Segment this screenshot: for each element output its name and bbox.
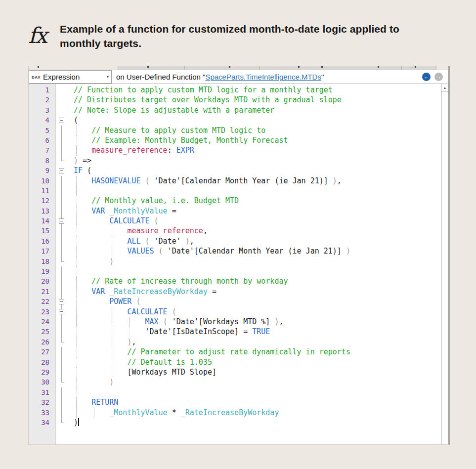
code-line[interactable]: 22 POWER ( [29,297,441,306]
fold-margin [56,276,71,286]
scroll-up-icon[interactable]: ▲ [442,84,448,92]
code-line[interactable]: 24 MAX ( 'Date'[Workdays MTD %] ), [29,317,441,327]
code-line[interactable]: 10 HASONEVALUE ( 'Date'[Calendar Month Y… [29,176,441,186]
indent-guide [76,367,77,377]
page-title: Example of a function for customized mon… [60,22,399,50]
fold-margin [56,397,71,407]
code-line[interactable]: 26 ), [29,337,441,347]
fold-guide-line [61,145,62,155]
fold-guide-line [61,287,62,297]
fold-collapse-icon[interactable] [59,118,64,123]
fold-guide-line [61,357,62,367]
code-token: 'Date'[Calendar Month Year (ie Jan 21)] [163,247,346,256]
line-number: 22 [29,297,56,306]
code-line[interactable]: 3// Note: Slope is adjustable with a par… [29,105,441,115]
code-line[interactable]: 9IF ( [29,166,441,175]
cutoff-tab[interactable] [185,66,260,70]
fold-margin [56,307,71,317]
code-token: _MonthlyValue [109,207,167,215]
code-line[interactable]: 7 measure_reference: EXPR [29,145,441,155]
code-line[interactable]: 30 ) [29,377,441,387]
code-line[interactable]: 18 ) [29,256,441,266]
fold-margin [56,287,71,297]
code-text: // Measure to apply custom MTD logic to [71,126,441,135]
code-line[interactable]: 34) [29,418,441,427]
code-line[interactable]: 4( [29,115,441,125]
code-line[interactable]: 32 RETURN [29,397,441,407]
vertical-scrollbar[interactable]: ▲ [441,84,448,444]
code-line[interactable]: 19 [29,266,441,276]
line-number: 5 [29,126,56,135]
chevron-down-icon: ▾ [107,75,109,79]
code-token: // Monthly value, i.e. Budget MTD [91,196,239,205]
line-number: 13 [29,206,56,216]
code-line[interactable]: 33 _MonthlyValue * _RateIncreaseByWorkda… [29,408,441,418]
editor-toolbar: DAX Expression ▾ on User-Defined Functio… [29,70,448,84]
navigate-forward-icon[interactable]: → [434,73,443,81]
code-line[interactable]: 31 [29,387,441,397]
fold-collapse-icon[interactable] [59,309,64,314]
navigate-back-icon[interactable]: ← [422,73,431,81]
code-line[interactable]: 17 VALUES ( 'Date'[Calendar Month Year (… [29,246,441,256]
line-number: 7 [29,145,56,155]
code-line[interactable]: 12 // Monthly value, i.e. Budget MTD [29,196,441,206]
function-fx-icon: fx [28,25,46,50]
function-name-link[interactable]: SpaceParts.TimeIntelligence.MTDs [205,73,321,81]
line-number: 6 [29,135,56,145]
fold-margin [56,226,71,236]
code-token: // Default is 1.035 [127,358,212,367]
fold-collapse-icon[interactable] [59,218,64,224]
tab-text-fragment [321,66,323,68]
code-line[interactable]: 23 CALCULATE ( [29,307,441,317]
code-line[interactable]: 11 [29,186,441,196]
code-token [74,408,109,417]
fold-collapse-icon[interactable] [59,299,64,304]
code-line[interactable]: 21 VAR _RateIncreaseByWorkday = [29,287,441,297]
code-token [159,317,163,326]
tab-text-fragment [38,66,39,68]
code-token: _MonthlyValue [109,408,167,417]
indent-guide [76,216,77,226]
indent-guide [76,186,77,196]
cutoff-tab[interactable] [324,66,402,70]
code-line[interactable]: 29 [Workdays MTD Slope] [29,367,441,377]
indent-guide [130,317,130,327]
code-line[interactable]: 28 // Default is 1.035 [29,357,441,367]
code-line[interactable]: 15 measure_reference, [29,226,441,236]
cutoff-tab[interactable] [402,66,436,70]
fold-collapse-icon[interactable] [59,168,64,173]
cutoff-tab[interactable] [260,66,324,70]
code-token: // Rate of increase through month by wor… [91,277,288,286]
indent-guide [76,307,77,317]
code-text: ) => [71,156,441,166]
code-token: EXPR [176,146,194,155]
code-token: ( [145,176,150,185]
fold-guide-line [61,397,62,407]
fold-margin [56,236,71,246]
code-text: // Note: Slope is adjustable with a para… [71,105,441,115]
code-token: CALCULATE [127,307,167,316]
code-area[interactable]: 1// Function to apply custom MTD logic f… [29,84,448,444]
indent-guide [130,327,130,337]
code-line[interactable]: 8) => [29,156,441,166]
cutoff-tab[interactable] [118,66,185,70]
code-line[interactable]: 16 ALL ( 'Date' ), [29,236,441,246]
code-line[interactable]: 2// Distributes target over Workdays MTD… [29,95,441,105]
code-line[interactable]: 13 VAR _MonthlyValue = [29,206,441,216]
line-number: 26 [29,337,56,347]
code-line[interactable]: 5 // Measure to apply custom MTD logic t… [29,126,441,135]
code-token: , [203,226,208,235]
code-line[interactable]: 1// Function to apply custom MTD logic f… [29,85,441,95]
code-text: VAR _MonthlyValue = [71,206,441,216]
code-line[interactable]: 20 // Rate of increase through month by … [29,276,441,286]
code-token: CALCULATE [109,216,149,225]
line-number: 17 [29,246,56,256]
code-line[interactable]: 27 // Parameter to adjust rate dynamical… [29,347,441,357]
fold-margin [56,377,71,387]
code-line[interactable]: 25 'Date'[IsDateInScope] = TRUE [29,327,441,337]
code-line[interactable]: 6 // Example: Monthly Budget, Monthly Fo… [29,135,441,145]
expression-dropdown[interactable]: DAX Expression ▾ [29,70,112,84]
code-token [74,247,127,256]
fold-margin [56,115,71,125]
code-line[interactable]: 14 CALCULATE ( [29,216,441,226]
